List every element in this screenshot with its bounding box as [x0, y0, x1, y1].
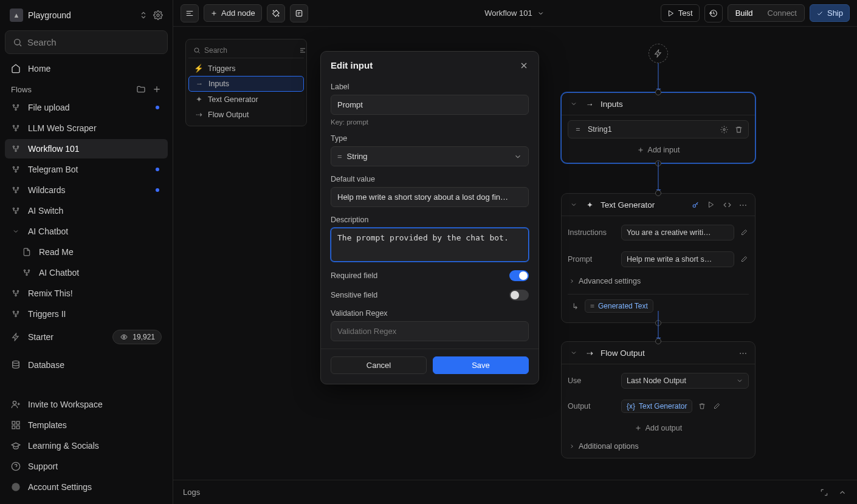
chevron-up-icon[interactable] [838, 488, 847, 497]
output-ref-chip[interactable]: {x}Text Generator [621, 400, 692, 413]
svg-point-24 [17, 290, 18, 291]
topbar: Add node Workflow 101 Test Build Connect… [173, 0, 857, 27]
sidebar-home[interactable]: Home [5, 59, 168, 78]
trigger-node[interactable] [649, 44, 668, 63]
more-icon[interactable]: ⋯ [738, 348, 748, 358]
ship-button[interactable]: Ship [810, 4, 850, 22]
node-port-in[interactable] [655, 89, 661, 95]
gear-icon[interactable] [719, 124, 729, 134]
logs-bar[interactable]: Logs [173, 480, 857, 504]
svg-point-16 [15, 191, 16, 192]
svg-rect-34 [12, 426, 15, 429]
magic-button[interactable] [267, 4, 285, 22]
outline-textgen[interactable]: ✦Text Generator [188, 92, 304, 107]
sidebar-search[interactable]: Search [5, 30, 168, 54]
default-value-input[interactable] [331, 187, 529, 207]
folder-icon[interactable] [136, 84, 146, 94]
connector-line [658, 63, 659, 92]
history-button[interactable] [704, 4, 723, 22]
sidebar-flow-triggers-ii[interactable]: Triggers II [5, 304, 168, 324]
outline-flowoutput[interactable]: ⇢Flow Output [188, 107, 304, 122]
add-flow-icon[interactable] [152, 84, 162, 94]
svg-point-19 [15, 212, 16, 213]
edit-icon[interactable] [712, 401, 721, 411]
sidebar-templates[interactable]: Templates [5, 415, 168, 435]
svg-point-40 [723, 128, 724, 130]
label-input[interactable] [331, 95, 529, 115]
svg-point-15 [17, 187, 18, 188]
workspace-switch-icon[interactable] [139, 10, 148, 20]
code-icon[interactable] [722, 200, 732, 209]
sidebar-flow-file-upload[interactable]: File upload [5, 98, 168, 117]
chevron-down-icon[interactable] [569, 348, 579, 358]
sensitive-field-label: Sensitive field [331, 291, 377, 299]
required-toggle[interactable] [509, 270, 529, 281]
connect-tab[interactable]: Connect [760, 5, 804, 21]
workspace-name[interactable]: Playground [28, 10, 134, 20]
regex-field-label: Validation Regex [331, 309, 529, 318]
edit-icon[interactable] [739, 228, 749, 237]
save-button[interactable]: Save [433, 356, 529, 374]
add-output-button[interactable]: Add output [568, 420, 749, 436]
notes-button[interactable] [290, 4, 308, 22]
node-text-generator[interactable]: ✦ Text Generator ⋯ Instructions You are … [561, 193, 755, 323]
regex-input[interactable] [331, 321, 529, 341]
cancel-button[interactable]: Cancel [331, 356, 427, 374]
svg-point-5 [13, 125, 14, 126]
sidebar-learning[interactable]: Learning & Socials [5, 436, 168, 455]
required-field-label: Required field [331, 271, 377, 280]
sidebar-account[interactable]: Account Settings [5, 477, 168, 497]
settings-icon[interactable] [153, 10, 163, 20]
sensitive-toggle[interactable] [509, 290, 529, 301]
key-icon[interactable] [690, 200, 700, 209]
output-chip[interactable]: =Generated Text [585, 299, 653, 313]
sidebar-invite[interactable]: Invite to Workspace [5, 395, 168, 414]
more-icon[interactable]: ⋯ [738, 200, 748, 209]
sidebar-chatbot-readme[interactable]: Read Me [5, 242, 168, 262]
node-port-in[interactable] [655, 190, 661, 196]
sidebar-flow-ai-chatbot[interactable]: AI Chatbot [5, 222, 168, 241]
description-textarea[interactable] [331, 228, 529, 262]
sidebar-flow-remix[interactable]: Remix This! [5, 284, 168, 303]
return-icon: ↳ [570, 301, 580, 311]
advanced-settings-toggle[interactable]: Advanced settings [568, 274, 749, 288]
sidebar-flow-ai-switch[interactable]: AI Switch [5, 201, 168, 220]
outline-search[interactable] [188, 43, 304, 58]
add-input-button[interactable]: Add input [568, 142, 749, 158]
trash-icon[interactable] [697, 401, 707, 411]
chevron-down-icon[interactable] [569, 200, 579, 209]
database-icon [11, 360, 21, 370]
close-icon[interactable] [519, 61, 529, 70]
node-flow-output[interactable]: ⇢ Flow Output ⋯ Use Last Node Output Out… [561, 341, 755, 458]
sidebar-flow-workflow-101[interactable]: Workflow 101 [5, 139, 168, 158]
sidebar-starter[interactable]: Starter 19,921 [5, 325, 168, 349]
sidebar-chatbot-flow[interactable]: AI Chatbot [5, 263, 168, 282]
sidebar-flow-llm-scraper[interactable]: LLM Web Scraper [5, 118, 168, 138]
outline-inputs[interactable]: →Inputs [188, 76, 304, 92]
outline-triggers[interactable]: ⚡Triggers [188, 61, 304, 76]
input-icon: → [195, 80, 204, 88]
graduation-icon [11, 441, 21, 451]
test-button[interactable]: Test [661, 4, 700, 22]
sidebar-database[interactable]: Database [5, 355, 168, 375]
collapse-sidebar-button[interactable] [181, 4, 199, 22]
add-node-button[interactable]: Add node [204, 4, 262, 22]
expand-icon[interactable] [819, 488, 829, 497]
chevron-down-icon[interactable] [569, 99, 579, 109]
sidebar-support[interactable]: Support [5, 457, 168, 476]
node-inputs[interactable]: → Inputs = String1 Add input [561, 92, 755, 163]
play-icon[interactable] [706, 200, 716, 209]
collapse-icon[interactable] [299, 46, 306, 55]
sidebar-flow-wildcards[interactable]: Wildcards [5, 180, 168, 200]
use-select[interactable]: Last Node Output [621, 373, 749, 389]
node-port-in[interactable] [655, 338, 661, 344]
sidebar-flow-telegram-bot[interactable]: Telegram Bot [5, 160, 168, 179]
additional-options-toggle[interactable]: Additional options [568, 440, 749, 453]
input-row-string1[interactable]: = String1 [568, 120, 749, 138]
type-select[interactable]: =String [331, 146, 529, 166]
trash-icon[interactable] [734, 124, 743, 134]
workflow-title[interactable]: Workflow 101 [484, 9, 546, 18]
edit-icon[interactable] [739, 254, 749, 264]
build-tab[interactable]: Build [728, 5, 760, 21]
outline-search-input[interactable] [204, 46, 295, 55]
